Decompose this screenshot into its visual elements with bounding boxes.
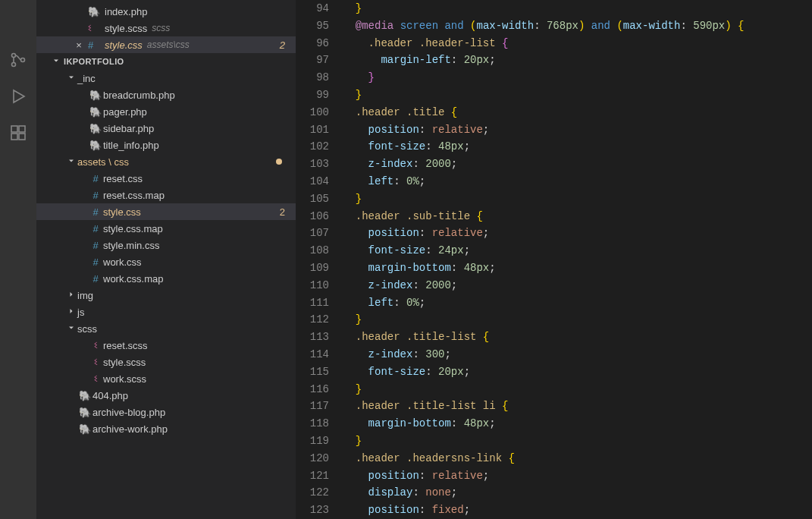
open-editor-tab[interactable]: ଽstyle.scssscss — [36, 20, 296, 36]
chevron-right-icon — [65, 307, 77, 318]
tree-file-label: archive-work.php — [92, 423, 168, 435]
svg-rect-4 — [11, 134, 17, 140]
code-line[interactable]: .header .header-list { — [343, 35, 812, 52]
php-file-icon: 🐘 — [88, 106, 103, 118]
line-number: 119 — [296, 432, 329, 450]
chevron-down-icon — [52, 56, 61, 67]
scss-file-icon: ଽ — [88, 22, 92, 33]
code-line[interactable]: left: 0%; — [343, 294, 812, 312]
tree-file[interactable]: #style.min.css — [36, 237, 296, 253]
tree-folder[interactable]: assets \ css — [36, 153, 296, 170]
open-editor-filename: index.php — [105, 6, 147, 17]
git-change-badge: 2 — [280, 39, 285, 51]
code-line[interactable]: position: fixed; — [343, 502, 812, 519]
open-editor-tab[interactable]: ×#style.cssassets\css2 — [36, 36, 296, 53]
tree-file[interactable]: 🐘404.php — [36, 387, 296, 404]
open-editor-tab[interactable]: 🐘index.php — [36, 3, 296, 20]
tree-file[interactable]: #reset.css.map — [36, 187, 296, 203]
line-number: 109 — [296, 260, 329, 277]
code-line[interactable]: .header .title { — [343, 104, 812, 121]
tree-file[interactable]: ଽwork.scss — [36, 370, 296, 387]
php-file-icon: 🐘 — [88, 90, 103, 101]
tree-folder-label: assets \ css — [77, 156, 129, 168]
code-line[interactable]: margin-bottom: 48px; — [343, 260, 812, 277]
line-number: 102 — [296, 138, 329, 156]
tree-file[interactable]: #work.css.map — [36, 270, 296, 287]
tree-file-label: reset.css.map — [103, 190, 165, 201]
code-line[interactable]: .header .title-list { — [343, 329, 812, 346]
tree-file-label: work.scss — [103, 373, 146, 385]
line-number: 103 — [296, 156, 329, 173]
code-line[interactable]: margin-left: 20px; — [343, 52, 812, 69]
source-control-icon[interactable] — [0, 42, 36, 78]
code-line[interactable]: } — [343, 311, 812, 329]
code-line[interactable]: font-size: 24px; — [343, 242, 812, 260]
code-line[interactable]: z-index: 2000; — [343, 277, 812, 294]
chevron-down-icon — [65, 156, 77, 168]
line-number-gutter: 9495969798991001011021031041051061071081… — [296, 0, 343, 519]
tree-file[interactable]: #style.css.map — [36, 220, 296, 237]
code-line[interactable]: .header .headersns-link { — [343, 450, 812, 467]
code-line[interactable]: position: relative; — [343, 225, 812, 242]
tree-folder[interactable]: js — [36, 304, 296, 320]
code-line[interactable]: } — [343, 69, 812, 86]
code-line[interactable]: } — [343, 432, 812, 450]
tree-file[interactable]: #work.css — [36, 253, 296, 270]
tree-file[interactable]: #reset.css — [36, 170, 296, 187]
code-line[interactable]: left: 0%; — [343, 173, 812, 190]
git-change-badge: 2 — [280, 206, 285, 218]
code-line[interactable]: font-size: 20px; — [343, 363, 812, 381]
line-number: 106 — [296, 208, 329, 225]
line-number: 117 — [296, 398, 329, 415]
tree-file[interactable]: 🐘archive-blog.php — [36, 404, 296, 420]
extensions-icon[interactable] — [0, 115, 36, 151]
line-number: 118 — [296, 415, 329, 432]
svg-rect-6 — [19, 126, 25, 132]
tree-file-label: sidebar.php — [103, 123, 154, 134]
line-number: 105 — [296, 190, 329, 208]
explorer-section-header[interactable]: IKPORTFOLIO — [36, 53, 296, 70]
tree-file[interactable]: 🐘pager.php — [36, 103, 296, 120]
tree-folder[interactable]: _inc — [36, 70, 296, 86]
tree-file-label: 404.php — [92, 390, 128, 401]
code-line[interactable]: position: relative; — [343, 121, 812, 139]
line-number: 123 — [296, 502, 329, 519]
code-line[interactable]: margin-bottom: 48px; — [343, 415, 812, 432]
tree-file-label: work.css — [103, 256, 142, 268]
svg-point-0 — [12, 54, 16, 58]
tree-folder[interactable]: img — [36, 287, 296, 304]
code-line[interactable]: } — [343, 86, 812, 104]
tree-file[interactable]: ଽstyle.scss — [36, 354, 296, 370]
line-number: 108 — [296, 242, 329, 260]
tree-file[interactable]: #style.css2 — [36, 203, 296, 220]
tree-file[interactable]: 🐘sidebar.php — [36, 120, 296, 137]
run-debug-icon[interactable] — [0, 78, 36, 115]
code-line[interactable]: z-index: 2000; — [343, 156, 812, 173]
tree-file[interactable]: 🐘title_info.php — [36, 137, 296, 153]
tree-file[interactable]: 🐘archive-work.php — [36, 420, 296, 437]
code-line[interactable]: .header .sub-title { — [343, 208, 812, 225]
code-line[interactable]: @media screen and (max-width: 768px) and… — [343, 17, 812, 35]
scss-file-icon: ଽ — [88, 356, 103, 368]
tree-file[interactable]: 🐘breadcrumb.php — [36, 86, 296, 103]
code-line[interactable]: font-size: 48px; — [343, 138, 812, 156]
code-content[interactable]: } @media screen and (max-width: 768px) a… — [343, 0, 812, 519]
code-line[interactable]: position: relative; — [343, 467, 812, 485]
code-line[interactable]: } — [343, 0, 812, 17]
line-number: 101 — [296, 121, 329, 139]
line-number: 107 — [296, 225, 329, 242]
code-line[interactable]: } — [343, 190, 812, 208]
tree-file[interactable]: ଽreset.scss — [36, 337, 296, 354]
code-line[interactable]: .header .title-list li { — [343, 398, 812, 415]
code-line[interactable]: z-index: 300; — [343, 346, 812, 363]
tree-file-label: reset.css — [103, 173, 143, 184]
code-line[interactable]: } — [343, 381, 812, 398]
activity-bar — [0, 0, 36, 519]
tree-folder[interactable]: scss — [36, 320, 296, 337]
open-editor-filename: style.scss — [105, 23, 147, 34]
line-number: 96 — [296, 35, 329, 52]
code-line[interactable]: display: none; — [343, 484, 812, 502]
close-editor-icon[interactable]: × — [73, 39, 85, 51]
css-file-icon: # — [88, 173, 103, 184]
line-number: 99 — [296, 86, 329, 104]
